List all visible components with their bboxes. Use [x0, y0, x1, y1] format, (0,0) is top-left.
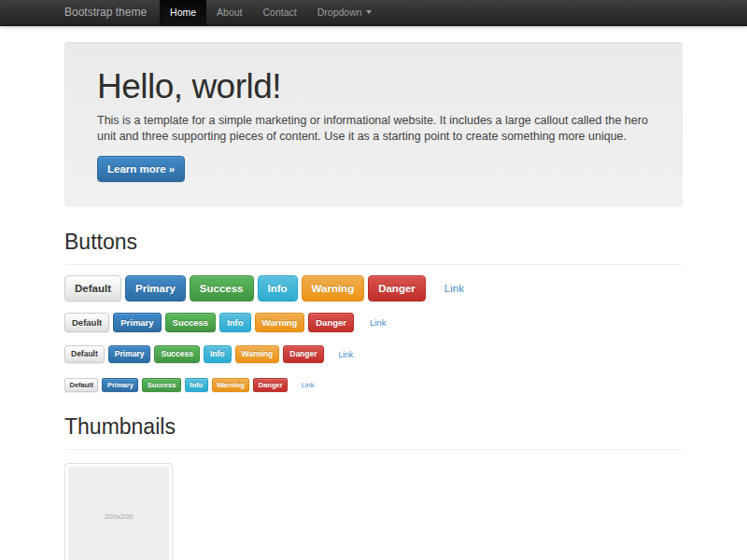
success-button-lg[interactable]: Success [190, 275, 254, 301]
danger-button-xs[interactable]: Danger [253, 378, 288, 392]
warning-button-xs[interactable]: Warning [212, 378, 250, 392]
success-button-sm[interactable]: Success [154, 345, 200, 363]
button-row-lg: DefaultPrimarySuccessInfoWarningDangerLi… [64, 275, 683, 301]
default-button-xs[interactable]: Default [64, 378, 98, 392]
primary-button-md[interactable]: Primary [113, 313, 161, 332]
nav-item-dropdown[interactable]: Dropdown [307, 0, 382, 25]
warning-button-sm[interactable]: Warning [235, 345, 280, 363]
thumbnail-placeholder-image: 200x200 [68, 467, 169, 560]
link-button-xs[interactable]: Link [297, 379, 318, 391]
success-button-md[interactable]: Success [165, 313, 217, 332]
caret-down-icon [366, 10, 372, 14]
info-button-sm[interactable]: Info [204, 345, 232, 363]
info-button-md[interactable]: Info [219, 313, 250, 332]
nav-item-label: Dropdown [317, 7, 362, 18]
button-rows: DefaultPrimarySuccessInfoWarningDangerLi… [64, 275, 683, 392]
nav-item-label: Home [170, 7, 196, 18]
warning-button-lg[interactable]: Warning [302, 275, 365, 301]
button-row-md: DefaultPrimarySuccessInfoWarningDangerLi… [64, 313, 683, 332]
button-row-xs: DefaultPrimarySuccessInfoWarningDangerLi… [64, 374, 683, 392]
learn-more-button[interactable]: Learn more » [97, 156, 185, 182]
hero-unit: Hello, world! This is a template for a s… [64, 42, 683, 207]
default-button-md[interactable]: Default [64, 313, 109, 332]
main-container: Hello, world! This is a template for a s… [64, 42, 683, 560]
navbar-container: Bootstrap theme HomeAboutContactDropdown [64, 0, 683, 25]
nav-item-contact[interactable]: Contact [253, 0, 307, 25]
nav-item-about[interactable]: About [206, 0, 252, 25]
hero-body-text: This is a template for a simple marketin… [97, 113, 650, 144]
nav-item-home[interactable]: Home [160, 0, 206, 25]
danger-button-md[interactable]: Danger [308, 313, 354, 332]
navbar: Bootstrap theme HomeAboutContactDropdown [0, 0, 747, 26]
navbar-menu: HomeAboutContactDropdown [160, 0, 382, 25]
success-button-xs[interactable]: Success [142, 378, 180, 392]
nav-item-label: Contact [263, 7, 297, 18]
danger-button-lg[interactable]: Danger [368, 275, 426, 301]
link-button-md[interactable]: Link [363, 314, 392, 331]
button-row-sm: DefaultPrimarySuccessInfoWarningDangerLi… [64, 343, 683, 363]
primary-button-xs[interactable]: Primary [102, 378, 138, 392]
link-button-sm[interactable]: Link [333, 346, 359, 362]
nav-item-label: About [217, 7, 242, 18]
thumbnail-item[interactable]: 200x200 [64, 463, 173, 560]
default-button-sm[interactable]: Default [64, 345, 105, 363]
info-button-lg[interactable]: Info [258, 275, 298, 301]
thumbnails-section-heading: Thumbnails [64, 414, 683, 450]
buttons-section-heading: Buttons [64, 230, 683, 265]
primary-button-sm[interactable]: Primary [108, 345, 151, 363]
hero-title: Hello, world! [97, 69, 650, 104]
info-button-xs[interactable]: Info [185, 378, 208, 392]
danger-button-sm[interactable]: Danger [283, 345, 323, 363]
navbar-brand[interactable]: Bootstrap theme [64, 0, 160, 25]
link-button-lg[interactable]: Link [435, 276, 473, 301]
default-button-lg[interactable]: Default [64, 275, 121, 301]
primary-button-lg[interactable]: Primary [125, 275, 186, 301]
warning-button-md[interactable]: Warning [255, 313, 305, 332]
